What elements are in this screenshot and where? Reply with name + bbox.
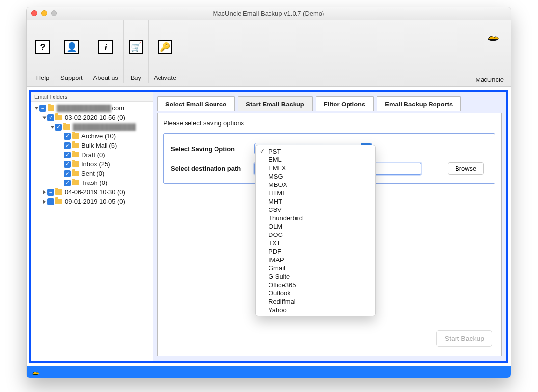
dropdown-option-pst[interactable]: PST [256, 147, 375, 156]
tree-node-1[interactable]: ✓ 03-02-2020 10-56 (0) [32, 113, 152, 122]
tree-node-label: 04-06-2019 10-30 (0) [65, 188, 125, 196]
destination-path-label: Select destination path [171, 165, 254, 172]
toolbar-support-label: Support [60, 74, 83, 81]
checkbox-icon[interactable]: ✓ [64, 170, 71, 177]
tree-leaf-label: Draft (0) [81, 151, 105, 158]
folder-icon [55, 189, 62, 195]
window-title: MacUncle Email Backup v1.0.7 (Demo) [213, 10, 324, 17]
disclosure-icon[interactable] [43, 200, 46, 204]
cart-icon: 🛒 [129, 40, 143, 54]
dropdown-option-msg[interactable]: MSG [256, 172, 375, 181]
toolbar-help[interactable]: ? Help [30, 20, 55, 83]
tree-leaf-trash[interactable]: ✓Trash (0) [32, 178, 152, 187]
disclosure-icon[interactable] [43, 190, 46, 194]
checkbox-mixed-icon[interactable]: − [47, 198, 54, 205]
folder-tree: − ████████████ com ✓ 03-02-2020 10-56 (0… [31, 102, 153, 208]
disclosure-icon[interactable] [51, 126, 54, 128]
dropdown-option-yahoo[interactable]: Yahoo [256, 306, 375, 314]
tree-root-suffix: com [112, 105, 125, 112]
dropdown-option-txt[interactable]: TXT [256, 239, 375, 247]
folder-icon [72, 152, 79, 157]
toolbar-buy[interactable]: 🛒 Buy [124, 20, 149, 83]
dropdown-option-csv[interactable]: CSV [256, 206, 375, 214]
checkbox-icon[interactable]: ✓ [64, 152, 71, 158]
tree-leaf-archive[interactable]: ✓Archive (10) [32, 131, 152, 141]
tree-node-label: ██████████████ [73, 123, 136, 131]
dropdown-option-imap[interactable]: IMAP [256, 256, 375, 264]
toolbar-about[interactable]: i About us [88, 20, 124, 83]
tree-root[interactable]: − ████████████ com [32, 104, 152, 113]
checkbox-icon[interactable]: ✓ [64, 133, 71, 140]
key-icon: 🔑 [158, 40, 172, 54]
tree-node-3[interactable]: − 09-01-2019 10-05 (0) [32, 197, 152, 206]
checkbox-icon[interactable]: ✓ [55, 124, 62, 131]
saving-option-dropdown[interactable]: PSTEMLEMLXMSGMBOXHTMLMHTCSVThunderbirdOL… [255, 145, 376, 316]
dropdown-option-doc[interactable]: DOC [256, 231, 375, 239]
browse-button[interactable]: Browse [448, 162, 484, 175]
title-bar: MacUncle Email Backup v1.0.7 (Demo) [27, 7, 511, 20]
tree-leaf-draft[interactable]: ✓Draft (0) [32, 150, 152, 159]
sidebar: Email Folders − ████████████ com ✓ [31, 92, 153, 361]
saving-option-label: Select Saving Option [171, 145, 254, 153]
tree-leaf-label: Inbox (25) [81, 160, 110, 168]
dropdown-option-office365[interactable]: Office365 [256, 281, 375, 289]
instruction-text: Please select saving options [163, 119, 495, 127]
disclosure-icon[interactable] [43, 116, 47, 119]
folder-icon [72, 180, 79, 185]
dropdown-option-outlook[interactable]: Outlook [256, 289, 375, 297]
dropdown-option-olm[interactable]: OLM [256, 222, 375, 231]
start-backup-button[interactable]: Start Backup [436, 330, 492, 347]
tree-leaf-label: Sent (0) [81, 170, 104, 177]
folder-icon [72, 171, 79, 176]
toolbar-help-label: Help [36, 74, 50, 81]
tab-select-source[interactable]: Select Email Source [157, 96, 235, 111]
info-icon: i [98, 40, 113, 54]
checkbox-icon[interactable]: ✓ [64, 180, 71, 186]
tab-filter-options[interactable]: Filter Options [316, 96, 374, 111]
status-bar [27, 366, 511, 378]
checkbox-mixed-icon[interactable]: − [39, 105, 46, 112]
dropdown-option-gmail[interactable]: Gmail [256, 264, 375, 272]
tab-reports[interactable]: Email Backup Reports [377, 96, 461, 111]
dropdown-option-mht[interactable]: MHT [256, 197, 375, 206]
folder-icon [48, 105, 54, 111]
statusbar-brand-icon [31, 367, 40, 376]
dropdown-option-pdf[interactable]: PDF [256, 247, 375, 256]
minimize-window-button[interactable] [41, 10, 47, 16]
tree-leaf-label: Bulk Mail (5) [81, 142, 117, 149]
brand-label: MacUncle [475, 76, 504, 83]
dropdown-option-thunderbird[interactable]: Thunderbird [256, 214, 375, 222]
folder-icon [63, 124, 70, 130]
tree-node-blurred[interactable]: ✓ ██████████████ [32, 122, 152, 131]
tree-leaf-bulkmail[interactable]: ✓Bulk Mail (5) [32, 141, 152, 150]
toolbar-activate-label: Activate [154, 74, 176, 81]
tree-leaf-label: Trash (0) [81, 179, 107, 186]
tabs: Select Email Source Start Email Backup F… [153, 92, 506, 111]
toolbar-support[interactable]: 👤 Support [55, 20, 88, 83]
dropdown-option-eml[interactable]: EML [256, 156, 375, 164]
help-icon: ? [35, 40, 50, 54]
dropdown-option-rediffmail[interactable]: Rediffmail [256, 297, 375, 306]
tree-leaf-inbox[interactable]: ✓Inbox (25) [32, 159, 152, 169]
checkbox-icon[interactable]: ✓ [64, 161, 71, 168]
checkbox-mixed-icon[interactable]: − [47, 189, 54, 196]
brand-icon [486, 29, 501, 44]
checkbox-icon[interactable]: ✓ [47, 114, 54, 121]
close-window-button[interactable] [31, 10, 37, 16]
toolbar-buy-label: Buy [131, 74, 141, 81]
dropdown-option-g-suite[interactable]: G Suite [256, 272, 375, 281]
disclosure-icon[interactable] [35, 107, 39, 109]
dropdown-option-mbox[interactable]: MBOX [256, 181, 375, 189]
tree-node-2[interactable]: − 04-06-2019 10-30 (0) [32, 187, 152, 197]
folder-icon [72, 133, 79, 139]
dropdown-option-html[interactable]: HTML [256, 189, 375, 197]
dropdown-option-emlx[interactable]: EMLX [256, 164, 375, 172]
checkbox-icon[interactable]: ✓ [64, 142, 71, 149]
tree-root-label: ████████████ [57, 105, 111, 112]
toolbar-activate[interactable]: 🔑 Activate [149, 20, 181, 83]
tree-leaf-sent[interactable]: ✓Sent (0) [32, 169, 152, 178]
tree-node-label: 09-01-2019 10-05 (0) [65, 198, 125, 205]
tab-start-backup[interactable]: Start Email Backup [238, 96, 313, 111]
zoom-window-button[interactable] [51, 10, 57, 16]
support-icon: 👤 [64, 40, 79, 54]
